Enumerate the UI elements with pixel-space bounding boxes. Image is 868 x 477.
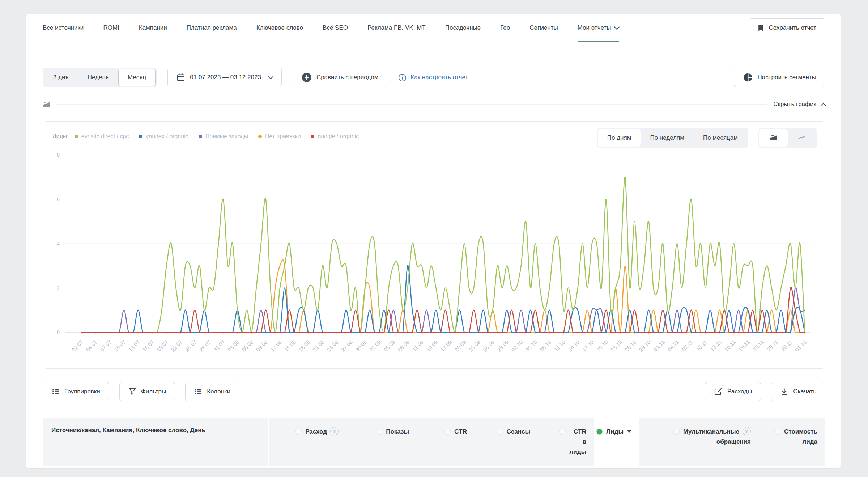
- svg-text:07.11: 07.11: [681, 339, 694, 353]
- plus-circle-icon: [302, 72, 312, 83]
- period-option-3 дня[interactable]: 3 дня: [44, 69, 78, 86]
- hide-chart-label: Скрыть график: [773, 101, 816, 108]
- series-Прямые заходы: [81, 287, 805, 332]
- calendar-icon: [176, 73, 185, 82]
- column-header-Расход[interactable]: Расход?: [269, 418, 346, 466]
- expenses-button[interactable]: Расходы: [705, 382, 761, 401]
- question-icon[interactable]: ?: [330, 427, 339, 435]
- tab-Мои отчеты[interactable]: Мои отчеты: [578, 14, 619, 42]
- radio-icon[interactable]: [376, 429, 382, 435]
- filters-button[interactable]: Фильтры: [119, 382, 175, 401]
- chart-type-area-option[interactable]: [760, 129, 788, 147]
- svg-text:01.07: 01.07: [71, 339, 85, 353]
- column-header-Мультиканальные обращения[interactable]: Мультиканальные?обращения: [639, 418, 759, 466]
- expenses-label: Расходы: [727, 388, 752, 395]
- area-chart-icon: [769, 135, 778, 141]
- compare-period-button[interactable]: Сравнить с периодом: [293, 68, 387, 87]
- granularity-option-По месяцам[interactable]: По месяцам: [694, 129, 747, 147]
- svg-text:6: 6: [57, 196, 60, 202]
- line-chart-icon: [797, 135, 806, 141]
- legend-item[interactable]: yandex / organic: [139, 133, 188, 140]
- tab-label: Реклама FB, VK, MT: [367, 24, 426, 31]
- radio-icon[interactable]: [444, 429, 451, 435]
- column-header-dimensions[interactable]: Источник/канал, Кампания, Ключевое слово…: [43, 418, 269, 466]
- chart-type-line-option[interactable]: [788, 129, 816, 147]
- legend-item[interactable]: Нет привязки: [258, 133, 301, 140]
- date-range-value: 01.07.2023 — 03.12.2023: [190, 74, 261, 81]
- svg-text:20.10: 20.10: [595, 339, 609, 353]
- legend-item[interactable]: google / organic: [311, 133, 359, 140]
- period-option-Месяц[interactable]: Месяц: [118, 69, 156, 86]
- legend-items: evristic.direct / cpcyandex / organicПря…: [75, 133, 359, 140]
- tab-Всё SEO[interactable]: Всё SEO: [323, 14, 348, 42]
- configure-segments-label: Настроить сегменты: [758, 74, 816, 81]
- date-range-button[interactable]: 01.07.2023 — 03.12.2023: [167, 68, 282, 87]
- granularity-option-По дням[interactable]: По дням: [598, 129, 641, 147]
- svg-text:05.09: 05.09: [382, 339, 396, 353]
- configure-segments-button[interactable]: Настроить сегменты: [734, 68, 825, 87]
- chart-collapse-row: Скрыть график: [43, 101, 825, 108]
- groupings-button[interactable]: Группировки: [43, 382, 109, 401]
- radio-icon[interactable]: [497, 429, 503, 435]
- column-header-Показы[interactable]: Показы: [346, 418, 417, 466]
- radio-icon[interactable]: [774, 429, 780, 435]
- legend-item[interactable]: evristic.direct / cpc: [75, 133, 129, 140]
- legend-item[interactable]: Прямые заходы: [199, 133, 248, 140]
- tab-Все источники[interactable]: Все источники: [43, 14, 84, 42]
- column-header-Лиды[interactable]: Лиды: [594, 418, 639, 466]
- legend-dot: [258, 135, 262, 138]
- svg-text:28.07: 28.07: [198, 339, 212, 353]
- series-google / organic: [81, 287, 805, 332]
- tab-label: ROMI: [103, 24, 119, 31]
- tab-Реклама FB, VK, MT[interactable]: Реклама FB, VK, MT: [367, 14, 426, 42]
- radio-icon[interactable]: [559, 429, 566, 435]
- list-icon: [52, 388, 60, 396]
- radio-icon[interactable]: [295, 429, 302, 435]
- caret-down-icon[interactable]: [627, 430, 631, 433]
- tab-Сегменты[interactable]: Сегменты: [529, 14, 558, 42]
- tab-Ключевое слово[interactable]: Ключевое слово: [256, 14, 303, 42]
- columns-button[interactable]: Колонки: [185, 382, 239, 401]
- svg-text:01.11: 01.11: [652, 339, 666, 353]
- svg-text:04.11: 04.11: [666, 339, 680, 353]
- save-report-label: Сохранить отчет: [769, 24, 816, 31]
- column-header-CTR[interactable]: CTR: [417, 418, 475, 466]
- bookmark-icon: [758, 24, 764, 32]
- period-option-Неделя[interactable]: Неделя: [78, 69, 118, 86]
- radio-icon[interactable]: [673, 429, 680, 435]
- series-Нет привязки: [81, 260, 805, 332]
- download-icon: [780, 388, 788, 396]
- series-yandex / organic: [81, 266, 805, 332]
- radio-selected-icon[interactable]: [596, 429, 603, 435]
- tab-Посадочные[interactable]: Посадочные: [445, 14, 481, 42]
- divider: [56, 104, 767, 105]
- svg-text:14.09: 14.09: [425, 339, 439, 353]
- how-to-configure-label: Как настроить отчет: [410, 74, 468, 81]
- svg-text:01.12: 01.12: [794, 339, 808, 353]
- hide-chart-link[interactable]: Скрыть график: [773, 101, 825, 108]
- legend-dot: [139, 135, 142, 138]
- svg-text:08.09: 08.09: [397, 339, 411, 353]
- tab-Гео[interactable]: Гео: [500, 14, 510, 42]
- save-report-button[interactable]: Сохранить отчет: [749, 18, 825, 37]
- column-header-label: Стоимостьлида: [784, 427, 817, 447]
- column-header-CTR в лиды[interactable]: CTRвлиды: [538, 418, 594, 466]
- how-to-configure-link[interactable]: Как настроить отчет: [398, 73, 468, 82]
- tab-Кампании[interactable]: Кампании: [139, 14, 167, 42]
- svg-text:27.08: 27.08: [340, 339, 354, 353]
- question-icon[interactable]: ?: [743, 427, 751, 435]
- legend-item-label: Прямые заходы: [205, 133, 248, 140]
- svg-text:29.10: 29.10: [638, 339, 652, 353]
- tab-label: Всё SEO: [323, 24, 348, 31]
- tab-Платная реклама[interactable]: Платная реклама: [187, 14, 237, 42]
- tab-ROMI[interactable]: ROMI: [103, 14, 119, 42]
- svg-text:25.07: 25.07: [184, 339, 198, 353]
- column-header-Сеансы[interactable]: Сеансы: [475, 418, 538, 466]
- area-chart-icon: [43, 101, 51, 107]
- svg-text:25.11: 25.11: [766, 339, 779, 353]
- granularity-option-По неделям[interactable]: По неделям: [641, 129, 694, 147]
- column-header-label: CTR: [454, 427, 467, 437]
- download-button[interactable]: Скачать: [771, 382, 825, 401]
- svg-text:15.08: 15.08: [283, 339, 297, 353]
- column-header-Стоимость лида[interactable]: Стоимостьлида: [759, 418, 825, 466]
